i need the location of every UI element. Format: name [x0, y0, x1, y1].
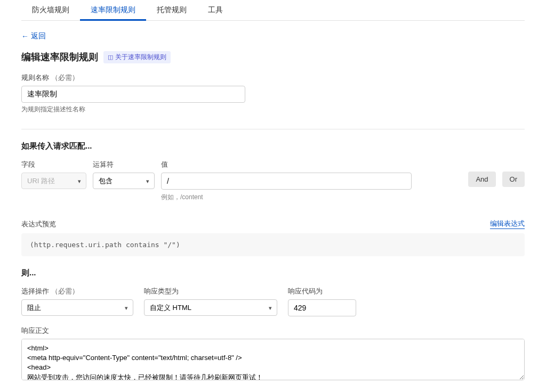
- info-icon: ◫: [108, 54, 113, 61]
- response-body-textarea[interactable]: [21, 339, 525, 380]
- value-label: 值: [161, 160, 462, 169]
- response-body-label: 响应正文: [21, 326, 525, 336]
- operator-label: 运算符: [93, 160, 155, 169]
- expression-preview-label: 表达式预览: [21, 219, 56, 229]
- edit-expression-link[interactable]: 编辑表达式: [490, 219, 525, 229]
- back-label: 返回: [31, 31, 46, 41]
- rule-name-label: 规则名称 （必需）: [21, 73, 525, 83]
- badge-label: 关于速率限制规则: [115, 53, 166, 62]
- tab-rate-limit-rules[interactable]: 速率限制规则: [80, 0, 146, 20]
- field-label: 字段: [21, 160, 86, 169]
- divider: [21, 129, 525, 129]
- back-link[interactable]: ← 返回: [21, 31, 46, 41]
- field-select: URI 路径: [21, 173, 86, 189]
- action-select[interactable]: 阻止: [21, 299, 133, 316]
- back-arrow-icon: ←: [21, 32, 29, 40]
- response-type-select[interactable]: 自定义 HTML: [144, 299, 277, 316]
- then-section-title: 则...: [21, 268, 525, 278]
- rule-name-input[interactable]: [21, 86, 245, 103]
- tabs: 防火墙规则 速率限制规则 托管规则 工具: [21, 0, 525, 21]
- tab-tools[interactable]: 工具: [197, 0, 234, 20]
- match-section-title: 如果传入请求匹配...: [21, 141, 525, 151]
- value-input[interactable]: [161, 173, 412, 190]
- or-button[interactable]: Or: [502, 172, 525, 187]
- value-example: 例如，/content: [161, 193, 462, 202]
- and-button[interactable]: And: [468, 172, 495, 187]
- tab-firewall-rules[interactable]: 防火墙规则: [21, 0, 80, 20]
- tab-managed-rules[interactable]: 托管规则: [146, 0, 197, 20]
- expression-preview: (http.request.uri.path contains "/"): [21, 233, 525, 256]
- operator-select[interactable]: 包含: [93, 173, 155, 189]
- response-code-label: 响应代码为: [288, 287, 356, 296]
- response-code-input[interactable]: [288, 299, 356, 316]
- page-title: 编辑速率限制规则: [21, 51, 98, 63]
- about-badge[interactable]: ◫ 关于速率限制规则: [103, 51, 171, 63]
- action-label: 选择操作 （必需）: [21, 287, 133, 296]
- response-type-label: 响应类型为: [144, 287, 277, 296]
- rule-name-hint: 为规则指定描述性名称: [21, 105, 525, 114]
